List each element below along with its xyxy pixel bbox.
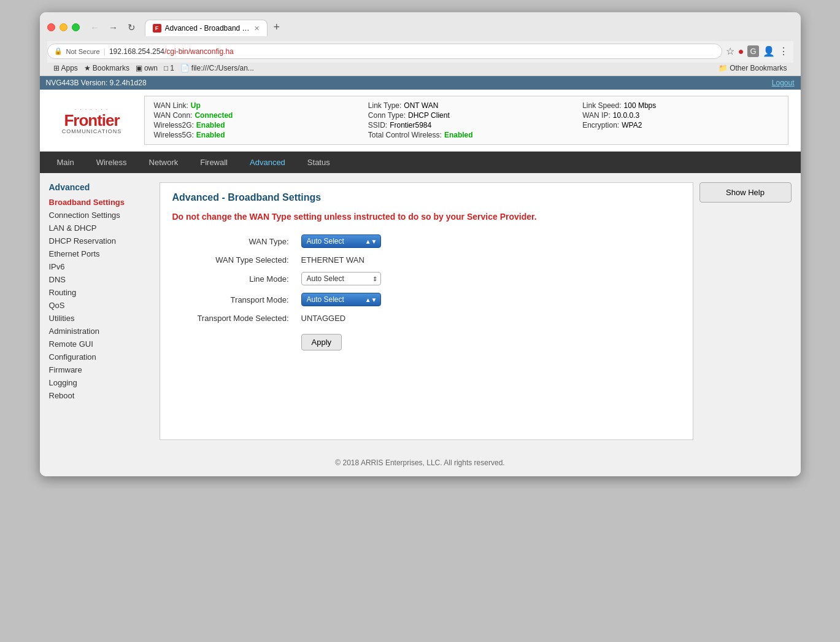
tab-close-button[interactable]: ✕	[254, 25, 260, 33]
transport-mode-selected-value: UNTAGGED	[301, 314, 346, 323]
sidebar-item-qos[interactable]: QoS	[49, 299, 153, 312]
sidebar-item-dhcp-reservation[interactable]: DHCP Reservation	[49, 234, 153, 247]
not-secure-label: Not Secure	[66, 48, 100, 55]
sidebar-item-remote-gui[interactable]: Remote GUI	[49, 338, 153, 350]
wan-conn-value: Connected	[195, 111, 233, 120]
sidebar: Advanced Broadband Settings Connection S…	[49, 182, 153, 440]
transport-mode-selected-label: Transport Mode Selected:	[172, 314, 295, 323]
folder-icon: 📁	[719, 64, 728, 72]
wan-ip-label: WAN IP:	[582, 111, 611, 120]
logo-text: Frontier	[64, 112, 119, 128]
page-icon: □	[164, 64, 168, 72]
nav-firewall[interactable]: Firewall	[189, 152, 239, 173]
transport-mode-select[interactable]: Auto Select	[301, 293, 381, 306]
conn-type-value: DHCP Client	[408, 111, 450, 120]
line-mode-select[interactable]: Auto Select	[301, 272, 381, 285]
menu-button[interactable]: ⋮	[779, 45, 788, 57]
sidebar-item-ipv6[interactable]: IPv6	[49, 260, 153, 273]
router-header: · · · · · · · Frontier Communications WA…	[40, 90, 801, 152]
warning-text: Do not change the WAN Type setting unles…	[172, 211, 680, 223]
back-button[interactable]: ←	[87, 20, 103, 36]
other-bookmarks[interactable]: 📁 Other Bookmarks	[719, 64, 787, 72]
traffic-light-green[interactable]	[72, 23, 80, 31]
sidebar-item-ethernet-ports[interactable]: Ethernet Ports	[49, 247, 153, 260]
pinterest-button[interactable]: ●	[738, 45, 744, 57]
sidebar-item-broadband-settings[interactable]: Broadband Settings	[49, 196, 153, 209]
sidebar-item-lan-dhcp[interactable]: LAN & DHCP	[49, 222, 153, 234]
file-icon: 📄	[180, 64, 190, 72]
page-footer: © 2018 ARRIS Enterprises, LLC. All right…	[40, 449, 801, 476]
wan-type-selected-row: WAN Type Selected: ETHERNET WAN	[172, 255, 680, 265]
bookmark-star-button[interactable]: ☆	[726, 45, 734, 57]
line-mode-label: Line Mode:	[172, 274, 295, 284]
sidebar-item-routing[interactable]: Routing	[49, 286, 153, 299]
apps-icon: ⊞	[53, 64, 60, 72]
traffic-light-yellow[interactable]	[60, 23, 67, 31]
wireless2g-label: Wireless2G:	[154, 121, 194, 130]
reload-button[interactable]: ↻	[124, 20, 140, 36]
transport-mode-selected-row: Transport Mode Selected: UNTAGGED	[172, 314, 680, 323]
nav-main[interactable]: Main	[46, 152, 85, 173]
bookmarks-bar: ⊞ Apps ★ Bookmarks ▣ own □ 1 📄 file:///C…	[47, 63, 793, 75]
nav-network[interactable]: Network	[138, 152, 190, 173]
apply-button[interactable]: Apply	[301, 334, 342, 350]
bookmark-bookmarks[interactable]: ★ Bookmarks	[84, 64, 129, 72]
logo-sub: Communications	[62, 128, 121, 134]
lock-icon: 🔒	[54, 47, 63, 55]
total-control-label: Total Control Wireless:	[368, 131, 442, 139]
traffic-light-red[interactable]	[47, 23, 55, 31]
show-help-button[interactable]: Show Help	[699, 182, 792, 203]
wan-link-label: WAN Link:	[154, 101, 188, 110]
total-control-value: Enabled	[444, 131, 473, 139]
sidebar-item-logging[interactable]: Logging	[49, 376, 153, 389]
link-speed-label: Link Speed:	[582, 101, 621, 110]
address-bar[interactable]: 🔒 Not Secure | 192.168.254.254/cgi-bin/w…	[47, 44, 722, 59]
wan-conn-label: WAN Conn:	[154, 111, 193, 120]
transport-mode-row: Transport Mode: Auto Select ▲▼	[172, 293, 680, 306]
doc-icon: ▣	[136, 64, 142, 72]
sidebar-item-utilities[interactable]: Utilities	[49, 312, 153, 325]
nav-wireless[interactable]: Wireless	[85, 152, 138, 173]
status-bar: NVG443B Version: 9.2.4h1d28 Logout	[40, 76, 801, 90]
wan-type-selected-label: WAN Type Selected:	[172, 255, 295, 265]
link-type-label: Link Type:	[368, 101, 401, 110]
sidebar-item-connection-settings[interactable]: Connection Settings	[49, 209, 153, 222]
wan-type-select[interactable]: Auto Select	[301, 234, 381, 248]
wan-type-selected-value: ETHERNET WAN	[301, 255, 364, 265]
forward-button[interactable]: →	[106, 20, 121, 36]
wireless5g-label: Wireless5G:	[154, 131, 194, 139]
nav-status[interactable]: Status	[296, 152, 341, 173]
logo-area: · · · · · · · Frontier Communications	[52, 107, 132, 134]
sidebar-item-configuration[interactable]: Configuration	[49, 350, 153, 363]
profile-button[interactable]: 👤	[763, 45, 775, 57]
status-grid: WAN Link: Up Link Type: ONT WAN Link Spe…	[144, 96, 788, 145]
bookmark-own[interactable]: ▣ own	[136, 64, 158, 72]
browser-tab[interactable]: F Advanced - Broadband Setting... ✕	[145, 20, 268, 36]
tab-title: Advanced - Broadband Setting...	[165, 24, 250, 33]
bookmark-file[interactable]: 📄 file:///C:/Users/an...	[180, 64, 254, 72]
bookmark-1[interactable]: □ 1	[164, 64, 174, 72]
wan-ip-value: 10.0.0.3	[613, 111, 639, 120]
sidebar-item-administration[interactable]: Administration	[49, 325, 153, 338]
content-title: Advanced - Broadband Settings	[172, 192, 680, 203]
sidebar-links: Broadband Settings Connection Settings L…	[49, 196, 153, 402]
line-mode-select-wrapper: Auto Select ⇕	[301, 272, 381, 285]
line-mode-row: Line Mode: Auto Select ⇕	[172, 272, 680, 285]
encryption-label: Encryption:	[582, 121, 619, 130]
logout-link[interactable]: Logout	[772, 79, 795, 87]
new-tab-button[interactable]: +	[269, 18, 285, 36]
google-button[interactable]: G	[747, 45, 758, 57]
wan-type-select-wrapper: Auto Select ▲▼	[301, 234, 381, 248]
sidebar-item-dns[interactable]: DNS	[49, 273, 153, 286]
sidebar-item-firmware[interactable]: Firmware	[49, 363, 153, 376]
sidebar-item-reboot[interactable]: Reboot	[49, 389, 153, 402]
link-type-value: ONT WAN	[404, 101, 438, 110]
wan-link-value: Up	[191, 101, 201, 110]
nav-advanced[interactable]: Advanced	[239, 152, 296, 173]
transport-mode-label: Transport Mode:	[172, 295, 295, 304]
frontier-logo: · · · · · · · Frontier Communications	[52, 107, 132, 134]
conn-type-label: Conn Type:	[368, 111, 406, 120]
wireless5g-value: Enabled	[196, 131, 225, 139]
sidebar-title: Advanced	[49, 182, 153, 192]
bookmark-apps[interactable]: ⊞ Apps	[53, 64, 78, 72]
